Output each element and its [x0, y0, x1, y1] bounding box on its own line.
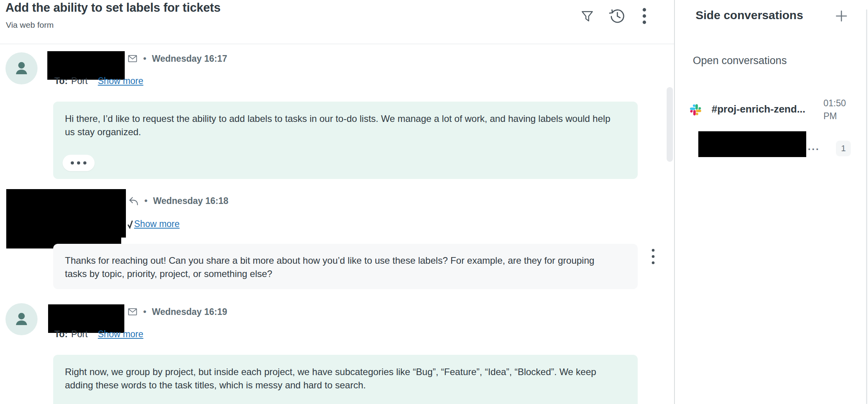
- side-conversation-channel-name[interactable]: #proj-enrich-zend...: [712, 103, 805, 115]
- ticket-view: Add the ability to set labels for ticket…: [0, 0, 868, 404]
- history-icon: [608, 7, 626, 25]
- plus-icon: [834, 9, 848, 23]
- show-more-link[interactable]: Show more: [98, 76, 143, 86]
- show-trimmed-content-button[interactable]: [63, 155, 95, 171]
- kebab-dot: [652, 249, 655, 252]
- message-bubble: Hi there, I’d like to request the abilit…: [53, 102, 638, 179]
- avatar: [5, 52, 38, 84]
- reply-arrow-icon: [128, 196, 139, 206]
- meta-separator: •: [143, 53, 146, 64]
- meta-separator: •: [143, 306, 146, 317]
- to-recipient: Port: [71, 329, 88, 340]
- message-body: Thanks for reaching out! Can you share a…: [65, 254, 612, 280]
- conversation-history-button[interactable]: [608, 5, 627, 26]
- meta-separator: •: [144, 195, 147, 206]
- to-label: To:: [54, 329, 68, 340]
- message-options-button[interactable]: [646, 246, 660, 266]
- filter-icon: [580, 9, 595, 23]
- message-timestamp: Wednesday 16:18: [153, 195, 228, 206]
- to-recipient: Port: [71, 76, 88, 86]
- message-timestamp: Wednesday 16:19: [152, 306, 227, 317]
- header-divider: [0, 44, 674, 44]
- message-bubble: Right now, we group by project, but insi…: [53, 355, 638, 404]
- add-side-conversation-button[interactable]: [833, 7, 850, 25]
- show-more-link[interactable]: Show more: [98, 329, 143, 340]
- ellipsis-dot: [77, 161, 80, 164]
- side-conversations-panel: Side conversations Open conversations #p…: [675, 0, 868, 404]
- email-envelope-icon: [127, 54, 138, 64]
- conversation-options-button[interactable]: [636, 5, 653, 27]
- person-icon: [12, 309, 31, 329]
- kebab-dot: [652, 255, 655, 258]
- unread-count-badge: 1: [836, 141, 851, 156]
- conversation-scrollbar-thumb[interactable]: [667, 87, 673, 162]
- ticket-via-channel: Via web form: [6, 20, 54, 30]
- message-body: Hi there, I’d like to request the abilit…: [65, 112, 612, 138]
- slack-icon: [690, 104, 701, 116]
- email-envelope-icon: [127, 307, 138, 317]
- person-icon: [12, 59, 31, 78]
- open-conversations-label: Open conversations: [693, 55, 787, 67]
- ticket-title: Add the ability to set labels for ticket…: [5, 1, 221, 15]
- redacted-glyph-fragment: [127, 220, 133, 229]
- message-timestamp: Wednesday 16:17: [152, 53, 227, 64]
- ellipsis-dot: [71, 161, 74, 164]
- redacted-message-preview: [698, 131, 806, 157]
- side-conversation-time: 01:50 PM: [823, 97, 859, 123]
- message-bubble: Thanks for reaching out! Can you share a…: [53, 244, 638, 289]
- redacted-sender-block: [6, 189, 126, 238]
- kebab-menu-icon: [642, 7, 647, 25]
- message-body: Right now, we group by project, but insi…: [65, 365, 612, 391]
- to-label: To:: [54, 76, 68, 86]
- side-conversations-title: Side conversations: [696, 9, 803, 22]
- ellipsis-dot: [83, 161, 86, 164]
- filter-conversation-button[interactable]: [579, 7, 596, 25]
- kebab-dot: [652, 261, 655, 264]
- show-more-link[interactable]: Show more: [134, 219, 179, 229]
- preview-truncation-ellipsis: ...: [808, 141, 820, 153]
- avatar: [5, 303, 38, 335]
- side-panel-scrollbar-track[interactable]: [866, 9, 867, 404]
